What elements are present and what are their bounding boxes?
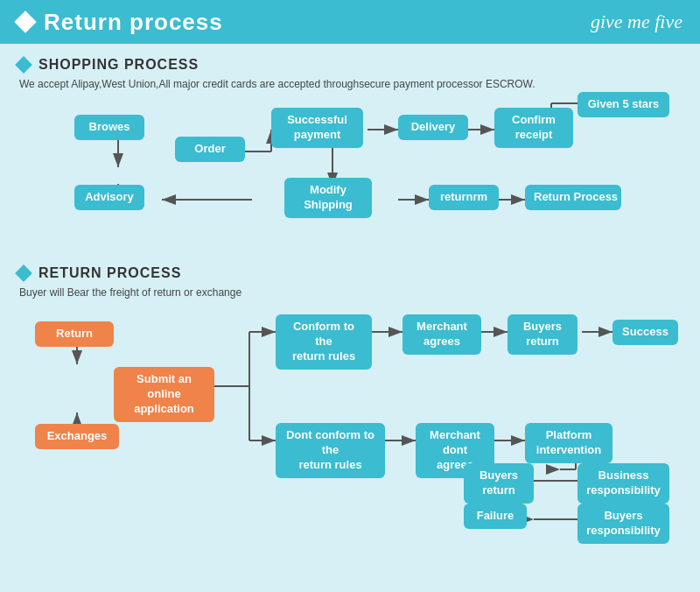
return-diamond-icon (15, 264, 32, 282)
return-section-title: RETURN PROCESS (38, 265, 181, 281)
conform-return-rules-box: Conform to thereturn rules (276, 314, 372, 370)
order-box: Order (175, 137, 245, 162)
successful-payment-box: Successfulpayment (271, 108, 363, 148)
return-process-box: Return Process (525, 185, 621, 210)
buyers-return-2-box: Buyersreturn (464, 463, 534, 504)
return-section-header: RETURN PROCESS (18, 265, 682, 281)
return-section-desc: Buyer will Bear the freight of return or… (19, 286, 682, 299)
shopping-section-desc: We accept Alipay,West Union,All major cr… (19, 78, 682, 90)
business-responsibility-box: Businessresponsibility (578, 463, 669, 504)
shopping-flow-area: Browes Successfulpayment Delivery Confir… (18, 99, 682, 257)
modify-shipping-box: ModifyShipping (284, 178, 372, 218)
buyers-return-1-box: Buyersreturn (508, 314, 578, 355)
buyers-responsibility-box: Buyersresponsibility (578, 504, 669, 544)
browes-box: Browes (74, 115, 144, 140)
delivery-box: Delivery (398, 115, 468, 140)
confirm-receipt-box: Confirmreceipt (494, 108, 573, 148)
shopping-diamond-icon (15, 56, 32, 74)
platform-intervention-box: Platformintervention (525, 423, 612, 463)
merchant-agrees-box: Merchantagrees (402, 314, 481, 355)
returnrm-box: returnrm (429, 185, 499, 210)
success-box: Success (612, 320, 678, 345)
page-title: Return process (44, 9, 223, 36)
return-flow-area: Return Submit an onlineapplication Excha… (18, 307, 682, 535)
return-box: Return (35, 321, 114, 347)
dont-conform-return-rules-box: Dont conform to thereturn rules (276, 423, 385, 478)
main-content: SHOPPING PROCESS We accept Alipay,West U… (0, 44, 700, 592)
header-logo: give me five (591, 11, 682, 33)
header-diamond-icon (14, 11, 36, 32)
failure-box: Failure (464, 504, 527, 529)
advisory-box: Advisory (74, 185, 144, 210)
shopping-section-header: SHOPPING PROCESS (18, 57, 682, 73)
exchanges-box: Exchanges (35, 424, 119, 449)
page-header: Return process give me five (0, 0, 700, 44)
given-5-stars-box: Given 5 stars (578, 92, 669, 117)
submit-application-box: Submit an onlineapplication (114, 367, 214, 422)
shopping-section-title: SHOPPING PROCESS (38, 57, 199, 73)
